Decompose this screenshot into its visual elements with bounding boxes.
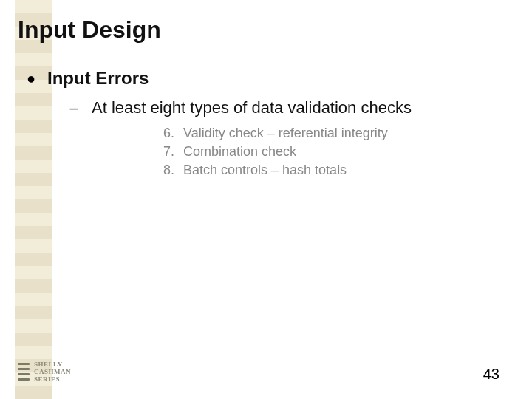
logo-line-3: SERIES [34, 375, 71, 383]
item-text: Batch controls – hash totals [176, 163, 347, 178]
bullet-row: ● Input Errors [22, 68, 510, 89]
logo-line-1: SHELLY [34, 361, 71, 368]
logo-bars-icon [18, 361, 30, 382]
logo-line-2: CASHMAN [34, 368, 71, 375]
sub-bullet-label: At least eight types of data validation … [81, 98, 412, 118]
slide-title: Input Design [0, 0, 532, 50]
sub-bullet-row: – At least eight types of data validatio… [66, 98, 510, 118]
slide: Input Design ● Input Errors – At least e… [0, 0, 532, 399]
page-number: 43 [483, 366, 499, 383]
item-number: 7. [155, 144, 176, 160]
item-number: 6. [155, 126, 176, 141]
logo-text: SHELLY CASHMAN SERIES [34, 361, 71, 383]
slide-body: ● Input Errors – At least eight types of… [0, 50, 532, 178]
list-item: 8. Batch controls – hash totals [155, 163, 510, 178]
item-text: Validity check – referential integrity [176, 126, 388, 141]
bullet-icon: ● [22, 68, 40, 89]
numbered-items: 6. Validity check – referential integrit… [66, 118, 510, 178]
bullet-label: Input Errors [40, 68, 149, 89]
item-number: 8. [155, 163, 176, 178]
series-logo: SHELLY CASHMAN SERIES [18, 361, 71, 383]
sub-bullet-block: – At least eight types of data validatio… [22, 89, 510, 178]
list-item: 6. Validity check – referential integrit… [155, 126, 510, 141]
item-text: Combination check [176, 144, 296, 160]
list-item: 7. Combination check [155, 144, 510, 160]
dash-icon: – [66, 98, 81, 118]
